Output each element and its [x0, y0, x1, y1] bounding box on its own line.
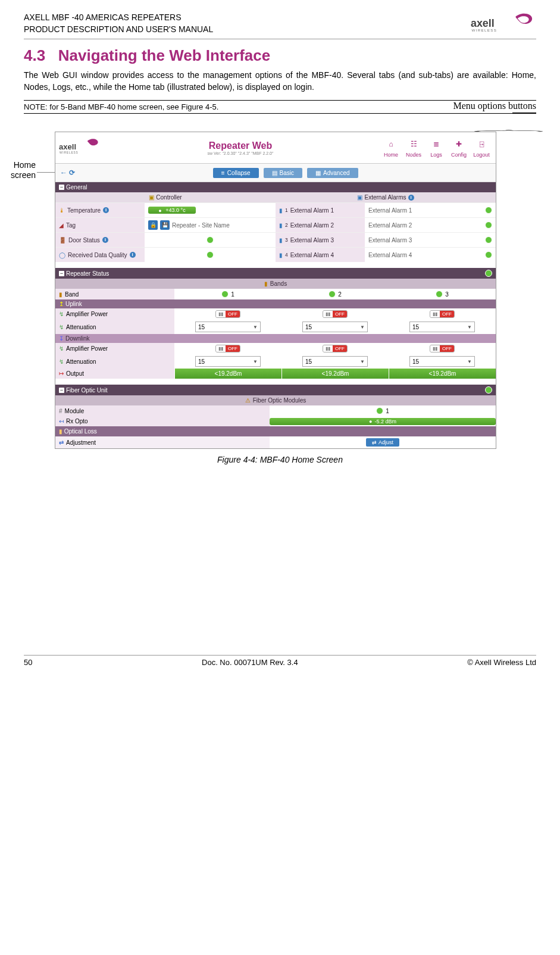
general-subhdr: ▣Controller ▣External Alarms i: [55, 192, 496, 202]
section-title: 4.3 Navigating the Web Interface: [24, 46, 536, 65]
status-dot: [376, 407, 383, 414]
page-header: AXELL MBF -40 AMERICAS REPEATERS PRODUCT…: [24, 12, 536, 39]
chevron-down-icon: ▼: [253, 324, 258, 330]
nav-home-label: Home: [384, 152, 398, 158]
status-dot: [485, 251, 492, 258]
app-screenshot: axell WIRELESS Repeater Web sw Ver: "2.0…: [55, 132, 496, 449]
output-val: <19.2dBm: [389, 369, 496, 379]
svg-text:axell: axell: [471, 17, 495, 29]
off-text: OFF: [333, 345, 347, 352]
ol-lbl: Optical Loss: [64, 428, 97, 435]
att-val: 15: [412, 358, 419, 365]
amp-switch[interactable]: ▮▮OFF: [215, 345, 240, 352]
nav-config[interactable]: ✚Config: [448, 138, 470, 158]
nav-nodes[interactable]: ☷Nodes: [403, 138, 424, 158]
att-lbl: Attenuation: [66, 358, 96, 365]
status-dot: [485, 386, 492, 394]
status-dot: [207, 236, 214, 244]
lock-icon[interactable]: 🔒: [148, 220, 158, 230]
temp-pill: +43.0 °c: [165, 207, 185, 213]
band-lbl: Band: [65, 291, 79, 298]
adj-btn-text: Adjust: [378, 439, 393, 445]
ss-logo: axell WIRELESS: [59, 138, 101, 158]
info-icon[interactable]: i: [102, 237, 108, 243]
adj-lbl: Adjustment: [66, 439, 96, 446]
nav-home[interactable]: ⌂Home: [380, 138, 402, 158]
tag-v: Repeater - Site Name: [172, 222, 230, 229]
header-line-1: AXELL MBF -40 AMERICAS REPEATERS: [24, 12, 213, 24]
adjust-button[interactable]: ⇄Adjust: [366, 438, 399, 447]
rx-val: -5.2 dBm: [374, 419, 396, 425]
info-icon[interactable]: i: [408, 195, 414, 201]
doc-number: Doc. No. 00071UM Rev. 3.4: [202, 658, 298, 667]
advanced-button[interactable]: ▦Advanced: [307, 168, 358, 178]
amp-switch[interactable]: ▮▮OFF: [323, 310, 348, 318]
general-grid: 🌡Temperature i ●+43.0 °c ▮1 External Ala…: [55, 202, 496, 262]
save-icon[interactable]: 💾: [160, 220, 170, 230]
repeater-header[interactable]: −Repeater Status: [55, 268, 496, 279]
amp-switch[interactable]: ▮▮OFF: [430, 310, 455, 318]
nav-logout[interactable]: ⍈Logout: [471, 138, 492, 158]
basic-icon: ▤: [272, 170, 277, 176]
note-wrap: NOTE: for 5-Band MBF-40 home screen, see…: [24, 100, 536, 114]
info-icon[interactable]: i: [103, 207, 109, 213]
alarms-icon: ▣: [357, 194, 362, 201]
att-select[interactable]: 15▼: [195, 356, 261, 367]
collapse-icon: −: [59, 185, 64, 190]
adjust-row: ⇄Adjustment ⇄Adjust: [55, 436, 496, 448]
ss-nav: ⌂Home ☷Nodes ≣Logs ✚Config ⍈Logout: [380, 138, 492, 158]
nav-logout-label: Logout: [473, 152, 490, 158]
status-dot: [207, 251, 214, 258]
att-val: 15: [198, 324, 205, 330]
nav-logs[interactable]: ≣Logs: [426, 138, 447, 158]
general-hdr-text: General: [66, 184, 87, 191]
ss-toolbar: ← ⟳ ≡Collapse ▤Basic ▦Advanced: [55, 164, 496, 182]
ea4-v: External Alarm 4: [368, 252, 412, 258]
module-lbl: Module: [65, 408, 85, 414]
basic-button[interactable]: ▤Basic: [264, 168, 302, 178]
off-text: OFF: [440, 311, 454, 317]
uplink-hdr: ↥Uplink: [55, 299, 496, 308]
tag-label: ◢Tag: [55, 217, 145, 232]
fomodules-hdr: ⚠Fiber Optic Modules: [55, 395, 496, 405]
collapse-button[interactable]: ≡Collapse: [213, 168, 259, 178]
nav-config-label: Config: [451, 152, 467, 158]
off-text: OFF: [440, 345, 454, 352]
amp-lbl: Amplifier Power: [66, 345, 108, 352]
amp-switch[interactable]: ▮▮OFF: [215, 310, 240, 318]
fiber-header[interactable]: −Fiber Optic Unit: [55, 385, 496, 395]
section-name: Navigating the Web Interface: [58, 46, 270, 64]
att-select[interactable]: 15▼: [302, 356, 368, 367]
ss-topbar: axell WIRELESS Repeater Web sw Ver: "2.0…: [55, 132, 496, 164]
home-icon: ⌂: [384, 138, 398, 151]
note-text: NOTE: for 5-Band MBF-40 home screen, see…: [24, 102, 218, 111]
amp-switch[interactable]: ▮▮OFF: [323, 345, 348, 352]
att-select[interactable]: 15▼: [409, 322, 475, 332]
general-header[interactable]: −General: [55, 182, 496, 192]
rdq-value: [145, 247, 276, 262]
section-number: 4.3: [24, 46, 45, 64]
band1: 1: [231, 291, 234, 298]
ss-title: Repeater Web sw Ver: "2.0.30" "2.4.3" "M…: [101, 141, 380, 155]
fomodules-text: Fiber Optic Modules: [253, 397, 306, 404]
page-number: 50: [24, 658, 32, 667]
bands-hdr-text: Bands: [270, 280, 287, 287]
amp-switch[interactable]: ▮▮OFF: [430, 345, 455, 352]
back-icon[interactable]: ← ⟳: [60, 168, 75, 177]
att-select[interactable]: 15▼: [409, 356, 475, 367]
ea2-num: 2: [285, 222, 288, 228]
ea4-l: External Alarm 4: [290, 252, 334, 258]
module-num: 1: [386, 408, 389, 414]
info-icon[interactable]: i: [130, 252, 136, 258]
att-select[interactable]: 15▼: [302, 322, 368, 332]
extalarms-label: External Alarms: [364, 194, 406, 201]
off-text: OFF: [333, 311, 347, 317]
ea4-value: External Alarm 4: [365, 247, 496, 262]
controller-icon: ▣: [149, 194, 154, 201]
ea1-num: 1: [285, 207, 288, 213]
dn-amp-row: ↯Amplifier Power ▮▮OFF ▮▮OFF ▮▮OFF: [55, 343, 496, 354]
ea1-label: ▮1 External Alarm 1: [276, 202, 365, 217]
status-dot: [485, 236, 492, 244]
att-select[interactable]: 15▼: [195, 322, 261, 332]
output-row: ↦Output <19.2dBm <19.2dBm <19.2dBm: [55, 369, 496, 379]
